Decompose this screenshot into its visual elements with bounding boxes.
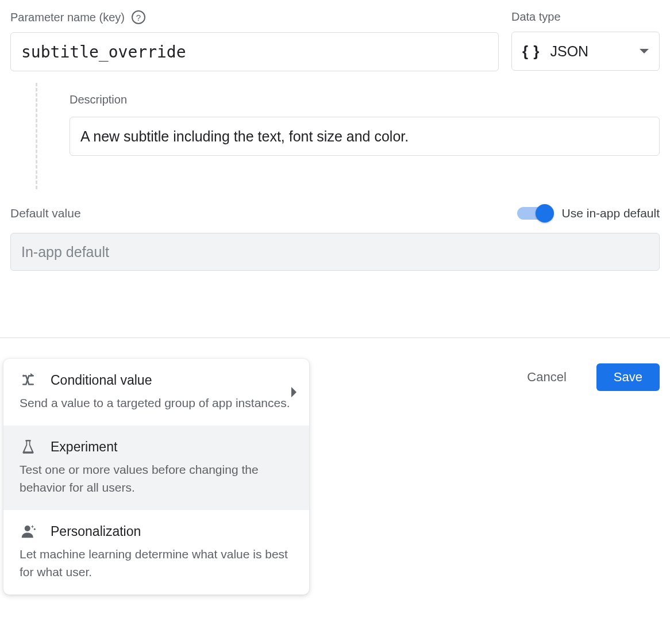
datatype-value: JSON: [550, 43, 629, 60]
menu-item-title: Personalization: [51, 524, 141, 539]
parameter-name-label: Parameter name (key) ?: [10, 10, 499, 24]
parameter-name-input[interactable]: [10, 32, 499, 71]
menu-item-personalization[interactable]: Personalization Let machine learning det…: [3, 510, 309, 595]
tree-line: [36, 83, 37, 189]
save-button[interactable]: Save: [596, 363, 660, 391]
json-braces-icon: { }: [522, 43, 540, 60]
menu-item-description: Let machine learning determine what valu…: [20, 546, 293, 581]
menu-item-conditional-value[interactable]: Conditional value Send a value to a targ…: [3, 359, 309, 425]
experiment-icon: [20, 438, 37, 455]
datatype-label-text: Data type: [511, 10, 561, 24]
parameter-name-label-text: Parameter name (key): [10, 11, 125, 24]
description-label: Description: [70, 93, 660, 106]
svg-point-1: [25, 526, 30, 531]
help-icon[interactable]: ?: [132, 10, 145, 24]
svg-rect-0: [25, 440, 30, 442]
use-in-app-default-toggle[interactable]: [517, 207, 553, 220]
cancel-button[interactable]: Cancel: [510, 363, 583, 391]
menu-item-title: Conditional value: [51, 373, 152, 388]
personalization-icon: [20, 523, 37, 540]
default-value-input: [10, 233, 660, 271]
menu-item-title: Experiment: [51, 439, 117, 455]
default-value-label: Default value: [10, 206, 81, 220]
datatype-select[interactable]: { } JSON: [511, 32, 660, 71]
menu-item-description: Test one or more values before changing …: [20, 461, 293, 496]
chevron-right-icon: [291, 387, 297, 397]
datatype-label: Data type: [511, 10, 660, 24]
toggle-thumb: [536, 204, 554, 223]
add-value-menu: Conditional value Send a value to a targ…: [3, 359, 309, 595]
toggle-label: Use in-app default: [562, 206, 660, 220]
conditional-value-icon: [20, 371, 37, 389]
menu-item-experiment[interactable]: Experiment Test one or more values befor…: [3, 425, 309, 510]
menu-item-description: Send a value to a targeted group of app …: [20, 394, 293, 412]
svg-point-2: [34, 528, 36, 530]
chevron-down-icon: [640, 49, 649, 53]
description-input[interactable]: [70, 117, 660, 156]
